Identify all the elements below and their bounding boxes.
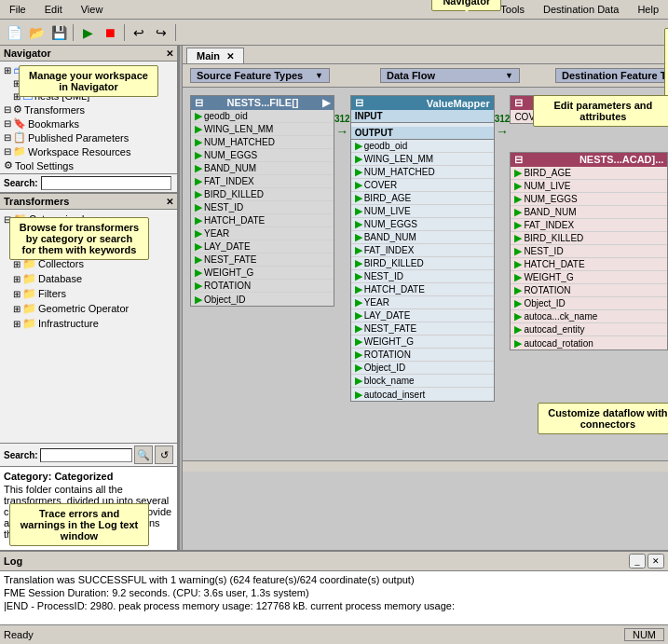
transformer-box: ⊟ ValueMapper INPUT OUTPUT ▶geodb_oid▶WI… [350, 95, 495, 402]
log-close[interactable]: ✕ [648, 554, 664, 569]
transformers-title: Transformers [4, 196, 69, 207]
folder-icon8: 📁 [22, 317, 36, 330]
trans-search-clear[interactable]: ↺ [155, 445, 173, 464]
transformers-panel: Transformers ✕ Browse for transformers b… [0, 194, 177, 550]
nav-search-input[interactable] [41, 176, 171, 190]
dataflow-header: Data Flow ▼ [380, 68, 520, 83]
dest2-field-10: ▶Object_ID [511, 297, 667, 310]
source-box-header: ⊟ NESTS...FILE[] ▶ [191, 96, 334, 110]
transformers-header: Transformers ✕ [0, 194, 177, 210]
dest-box2-title: NESTS...ACAD]... [579, 154, 663, 166]
toolbar-redo[interactable]: ↪ [151, 22, 171, 43]
canvas-content[interactable]: Source Feature Types ▼ Data Flow ▼ Displ… [183, 64, 668, 550]
menu-destination-data[interactable]: Destination Data [538, 2, 624, 17]
nav-item-label6: Published Parameters [28, 132, 129, 144]
source-field-5: ▶FAT_INDEX [191, 175, 334, 188]
dest2-field-1: ▶NUM_LIVE [511, 180, 667, 193]
nav-settings-icon: ⚙ [4, 159, 13, 171]
nav-item-workspace-resources[interactable]: ⊟ 📁 Workspace Resources [2, 144, 175, 158]
trans-item-filters[interactable]: ⊞ 📁 Filters [2, 286, 175, 301]
source-field-6: ▶BIRD_KILLED [191, 188, 334, 201]
source-field-7: ▶NEST_ID [191, 201, 334, 214]
nav-resources-icon: 📁 [13, 145, 26, 158]
menu-help[interactable]: Help [632, 2, 664, 17]
transformers-close[interactable]: ✕ [166, 197, 173, 207]
dest-box2-header: ⊟ NESTS...ACAD]... [511, 153, 667, 167]
menu-edit[interactable]: Edit [39, 2, 68, 17]
log-title: Log [4, 555, 22, 567]
folder-icon7: 📁 [22, 302, 36, 315]
toolbar: 📄 📂 💾 ▶ ⏹ ↩ ↪ Reference detailed informa… [0, 20, 668, 46]
trans-item-label5: Filters [38, 288, 66, 299]
transformer-header: ⊟ ValueMapper [351, 96, 494, 110]
source-field-1: ▶WING_LEN_MM [191, 123, 334, 136]
transformer-output-fields: ▶geodb_oid▶WING_LEN_MM▶NUM_HATCHED▶COVER… [351, 140, 494, 401]
arrow-right1: → [335, 124, 348, 139]
count1-label: 312 [334, 114, 350, 124]
trans-out-field-3: ▶COVER [351, 179, 494, 192]
toolbar-undo[interactable]: ↩ [129, 22, 149, 43]
trans-out-field-12: ▶YEAR [351, 296, 494, 309]
statusbar: Ready NUM [0, 624, 668, 643]
trans-item-infrastructure[interactable]: ⊞ 📁 Infrastructure [2, 316, 175, 331]
navigator-close[interactable]: ✕ [166, 48, 173, 59]
trans-out-field-19: ▶autocad_insert [351, 388, 494, 401]
canvas-tab-close[interactable]: ✕ [226, 51, 234, 62]
source-box: ⊟ NESTS...FILE[] ▶ ▶geodb_oid▶WING_LEN_M… [190, 95, 334, 307]
toolbar-stop[interactable]: ⏹ [100, 22, 120, 43]
trans-out-field-6: ▶NUM_EGGS [351, 218, 494, 231]
source-field-9: ▶YEAR [191, 227, 334, 240]
menu-file[interactable]: File [4, 2, 32, 17]
navigator-title: Navigator [4, 48, 51, 59]
nav-params-icon: 📋 [13, 131, 26, 144]
navigator-panel: Navigator ✕ Manage your workspace in Nav… [0, 46, 177, 194]
trans-out-field-16: ▶ROTATION [351, 349, 494, 362]
log-minimize[interactable]: _ [629, 554, 646, 569]
nav-item-tool-settings[interactable]: ⚙ Tool Settings [2, 158, 175, 172]
canvas-scrollbar-h[interactable] [183, 460, 668, 472]
log-controls: _ ✕ [629, 554, 664, 569]
source-column: ⊟ NESTS...FILE[] ▶ ▶geodb_oid▶WING_LEN_M… [190, 95, 334, 453]
nav-item-label5: Bookmarks [28, 118, 79, 130]
arrow-right2: → [496, 124, 509, 139]
trans-item-database[interactable]: ⊞ 📁 Database [2, 271, 175, 286]
trans-search-go[interactable]: 🔍 [134, 445, 153, 464]
source-field-0: ▶geodb_oid [191, 110, 334, 123]
canvas-tab-main[interactable]: Main ✕ [186, 48, 244, 63]
source-field-8: ▶HATCH_DATE [191, 214, 334, 227]
nav-item-published-params[interactable]: ⊟ 📋 Published Parameters [2, 130, 175, 144]
toolbar-run[interactable]: ▶ [77, 22, 98, 43]
nav-item-transformers[interactable]: ⊟ ⚙ Transformers [2, 103, 175, 116]
toolbar-save[interactable]: 💾 [48, 22, 69, 43]
trans-search-input[interactable] [40, 448, 132, 462]
trace-errors-callout: Trace errors and warnings in the Log tex… [9, 503, 149, 546]
dest2-field-5: ▶BIRD_KILLED [511, 232, 667, 245]
source-field-13: ▶ROTATION [191, 280, 334, 293]
menu-view[interactable]: View [75, 2, 109, 17]
customize-dataflow-callout: Customize dataflow with connectors [538, 403, 668, 434]
manage-workspace-callout: Manage your workspace in Navigator [431, 0, 501, 11]
dest2-field-7: ▶HATCH_DATE [511, 258, 667, 271]
nav-item-label8: Tool Settings [15, 160, 74, 171]
toolbar-sep3 [175, 24, 176, 41]
toolbar-open[interactable]: 📂 [26, 22, 47, 43]
nav-bookmark-icon: 🔖 [13, 117, 26, 130]
trans-item-label7: Infrastructure [38, 318, 99, 329]
log-line-0: Translation was SUCCESSFUL with 1 warnin… [4, 573, 664, 586]
dest2-field-6: ▶NEST_ID [511, 245, 667, 258]
nav-item-bookmarks[interactable]: ⊟ 🔖 Bookmarks [2, 116, 175, 130]
destination-header-label: Destination Feature Types [562, 70, 668, 81]
log-panel: Log _ ✕ Translation was SUCCESSFUL with … [0, 550, 668, 624]
manage-workspace-callout2: Manage your workspace in Navigator [19, 65, 158, 97]
toolbar-new[interactable]: 📄 [4, 22, 24, 43]
trans-item-geometric[interactable]: ⊞ 📁 Geometric Operator [2, 301, 175, 316]
trans-out-field-18: ▶block_name [351, 375, 494, 388]
dest2-field-0: ▶BIRD_AGE [511, 167, 667, 180]
status-num: NUM [624, 628, 664, 641]
log-header: Log _ ✕ [0, 552, 668, 571]
status-text: Ready [4, 629, 34, 640]
destination-column: ⊟ <COVE...TS_gml ... COVER Edit paramete… [510, 95, 668, 453]
source-field-14: ▶Object_ID [191, 293, 334, 306]
source-field-3: ▶NUM_EGGS [191, 149, 334, 162]
folder-icon6: 📁 [22, 287, 36, 300]
